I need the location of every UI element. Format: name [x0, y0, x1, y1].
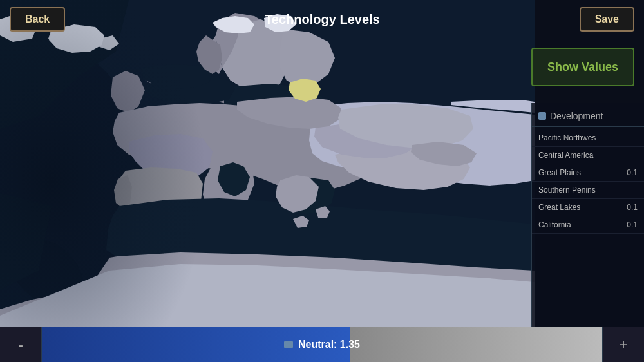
region-name: Southern Penins — [538, 186, 596, 195]
right-panel: Development Pacific NorthwesCentral Amer… — [531, 103, 644, 354]
region-item[interactable]: Pacific Northwes — [532, 129, 644, 147]
region-name: California — [538, 220, 571, 229]
region-value: 0.1 — [627, 168, 638, 177]
minus-button[interactable]: - — [0, 327, 42, 363]
region-name: Central America — [538, 151, 593, 160]
region-name: Great Lakes — [538, 203, 580, 212]
value-bar: Neutral: 1.35 — [42, 327, 602, 363]
region-item[interactable]: Great Plains0.1 — [532, 164, 644, 182]
neutral-flag-icon — [284, 341, 293, 348]
region-value: 0.1 — [627, 203, 638, 212]
region-item[interactable]: Great Lakes0.1 — [532, 199, 644, 216]
bottom-bar: - Neutral: 1.35 + — [0, 327, 644, 362]
map-area[interactable] — [0, 0, 535, 362]
plus-button[interactable]: + — [602, 327, 644, 363]
panel-header: Development — [532, 108, 644, 127]
region-value: 0.1 — [627, 220, 638, 229]
back-button[interactable]: Back — [10, 7, 65, 32]
panel-header-label: Development — [550, 111, 603, 121]
region-item[interactable]: California0.1 — [532, 216, 644, 234]
development-icon — [538, 112, 546, 120]
neutral-value-text: Neutral: 1.35 — [298, 339, 360, 350]
show-values-button[interactable]: Show Values — [531, 48, 634, 86]
value-label: Neutral: 1.35 — [42, 339, 602, 350]
region-item[interactable]: Central America — [532, 147, 644, 164]
save-button[interactable]: Save — [580, 7, 634, 32]
region-list: Pacific NorthwesCentral AmericaGreat Pla… — [532, 129, 644, 234]
svg-rect-3 — [0, 0, 258, 362]
region-name: Great Plains — [538, 168, 581, 177]
region-name: Pacific Northwes — [538, 133, 596, 142]
region-item[interactable]: Southern Penins — [532, 182, 644, 199]
